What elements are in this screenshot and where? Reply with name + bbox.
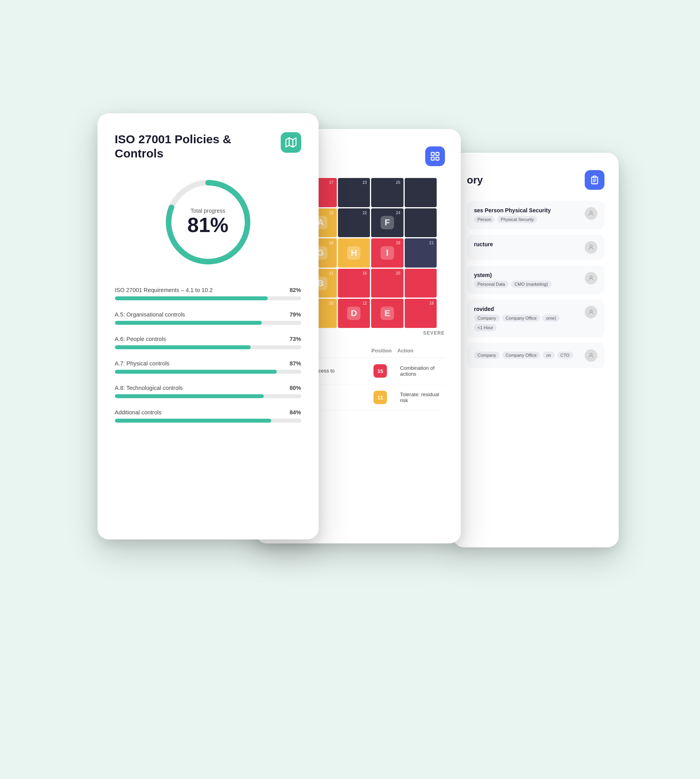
- svg-point-4: [590, 245, 592, 247]
- svg-rect-0: [593, 176, 596, 178]
- tag: <1 Hour: [474, 324, 497, 331]
- tag: Company: [474, 352, 500, 359]
- inventory-item: rovided Company Company Office ome) <1 H…: [467, 300, 604, 337]
- progress-bar-bg: [115, 419, 301, 423]
- iso-header: ISO 27001 Policies & Controls: [115, 132, 301, 161]
- svg-point-7: [590, 353, 592, 356]
- risk-badge-red: 15: [373, 364, 387, 378]
- progress-bar-bg: [115, 345, 301, 349]
- svg-rect-9: [436, 152, 439, 155]
- donut-value: 81%: [187, 214, 228, 236]
- grid-icon: [425, 146, 445, 166]
- item-content: ses Person Physical Security Person Phys…: [474, 207, 581, 223]
- donut-label: Total progress: [187, 208, 228, 214]
- matrix-cell: 25: [371, 178, 403, 207]
- matrix-cell: [405, 178, 437, 207]
- tag: Person: [474, 216, 495, 223]
- donut-center: Total progress 81%: [187, 208, 228, 236]
- progress-item-header: Additional controls 84%: [115, 409, 301, 416]
- tag: Personal Data: [474, 281, 509, 288]
- matrix-cell: 12D: [338, 299, 370, 328]
- progress-bar-fill: [115, 345, 251, 349]
- progress-bar-bg: [115, 321, 301, 325]
- matrix-cell: 16: [338, 269, 370, 298]
- progress-item-header: A.6: People controls 73%: [115, 336, 301, 342]
- matrix-cell: 23: [338, 178, 370, 207]
- matrix-cell: 18: [405, 299, 437, 328]
- axis-right: Severe: [423, 330, 445, 336]
- progress-pct: 82%: [289, 287, 301, 293]
- progress-item-header: ISO 27001 Requirements – 4.1 to 10.2 82%: [115, 287, 301, 293]
- progress-item: A.6: People controls 73%: [115, 336, 301, 349]
- inventory-item: Company Company Office on CTO: [467, 343, 604, 368]
- tag: Physical Security: [497, 216, 537, 223]
- progress-label: ISO 27001 Requirements – 4.1 to 10.2: [115, 287, 213, 293]
- tag: Company Office: [502, 315, 540, 322]
- matrix-cell: 21: [405, 238, 437, 268]
- progress-pct: 84%: [289, 409, 301, 416]
- progress-item: Additional controls 84%: [115, 409, 301, 423]
- item-tags: Personal Data CMO (marketing): [474, 281, 581, 288]
- item-tags: Company Company Office on CTO: [474, 352, 581, 359]
- inventory-header: ory: [467, 170, 604, 190]
- col-header-action: Action: [398, 348, 445, 354]
- item-name: ructure: [474, 241, 581, 247]
- progress-pct: 79%: [289, 311, 301, 318]
- progress-item: A.8: Technological controls 80%: [115, 385, 301, 398]
- progress-pct: 87%: [289, 360, 301, 367]
- svg-point-5: [590, 276, 592, 278]
- progress-item-header: A.8: Technological controls 80%: [115, 385, 301, 391]
- tag: Company Office: [502, 352, 540, 359]
- item-tags: Company Company Office ome) <1 Hour: [474, 315, 581, 331]
- donut-wrapper: Total progress 81%: [115, 175, 301, 270]
- progress-label: A.6: People controls: [115, 336, 166, 342]
- avatar: [585, 306, 597, 318]
- tag: CTO: [557, 352, 573, 359]
- progress-section: ISO 27001 Requirements – 4.1 to 10.2 82%…: [115, 287, 301, 423]
- progress-bar-bg: [115, 394, 301, 398]
- item-content: rovided Company Company Office ome) <1 H…: [474, 306, 581, 331]
- tag: Company: [474, 315, 500, 322]
- risk-position: 15: [364, 364, 396, 378]
- col-header-position: Position: [366, 348, 398, 354]
- svg-point-3: [590, 211, 592, 213]
- item-content: ystem) Personal Data CMO (marketing): [474, 272, 581, 288]
- progress-bar-fill: [115, 370, 277, 374]
- item-name: ystem): [474, 272, 581, 278]
- progress-label: Additional controls: [115, 409, 162, 416]
- svg-rect-10: [431, 157, 434, 160]
- progress-pct: 73%: [289, 336, 301, 342]
- progress-item: A.5: Organisational controls 79%: [115, 311, 301, 325]
- inventory-item: ructure: [467, 235, 604, 260]
- svg-marker-12: [286, 138, 296, 147]
- matrix-cell: [405, 269, 437, 298]
- risk-action: Tolerate: residual risk: [400, 391, 445, 403]
- matrix-cell: E: [371, 299, 403, 328]
- clipboard-icon: [585, 170, 604, 190]
- progress-bar-fill: [115, 419, 271, 423]
- svg-point-6: [590, 310, 592, 312]
- progress-label: A.5: Organisational controls: [115, 311, 185, 318]
- matrix-cell: H: [338, 238, 370, 268]
- risk-action: Combination of actions: [400, 365, 445, 377]
- matrix-cell: 18I: [371, 238, 403, 268]
- avatar: [585, 241, 597, 254]
- item-name: ses Person Physical Security: [474, 207, 581, 213]
- iso-title: ISO 27001 Policies & Controls: [115, 132, 265, 161]
- svg-rect-8: [431, 152, 434, 155]
- tag: ome): [542, 315, 559, 322]
- tag: CMO (marketing): [511, 281, 551, 288]
- progress-item-header: A.7: Physical controls 87%: [115, 360, 301, 367]
- risk-badge-yellow: 11: [373, 391, 387, 404]
- inventory-title: ory: [467, 174, 483, 186]
- progress-bar-bg: [115, 296, 301, 300]
- progress-bar-fill: [115, 296, 268, 300]
- progress-pct: 80%: [289, 385, 301, 391]
- progress-item: A.7: Physical controls 87%: [115, 360, 301, 374]
- inventory-item: ses Person Physical Security Person Phys…: [467, 201, 604, 229]
- progress-item-header: A.5: Organisational controls 79%: [115, 311, 301, 318]
- card-iso: ISO 27001 Policies & Controls T: [98, 113, 319, 539]
- matrix-cell: 22: [338, 208, 370, 238]
- item-tags: Person Physical Security: [474, 216, 581, 223]
- donut-chart: Total progress 81%: [161, 175, 255, 270]
